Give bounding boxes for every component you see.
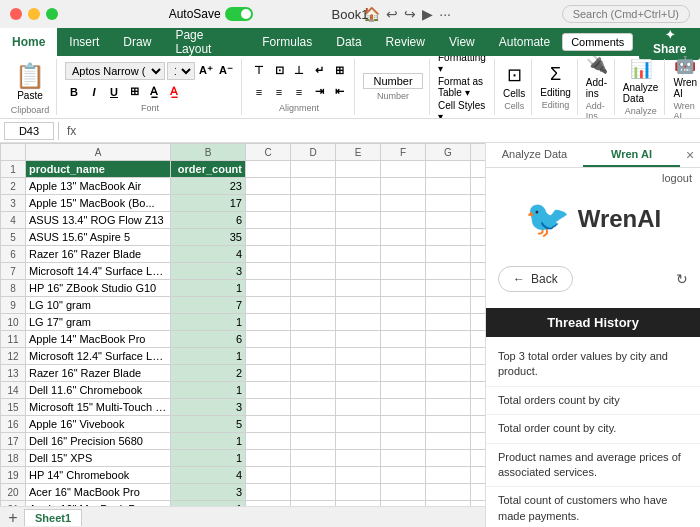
empty-cell[interactable] xyxy=(426,331,471,348)
table-row[interactable]: 5ASUS 15.6" Aspire 535 xyxy=(1,229,486,246)
conditional-format-button[interactable]: Conditional Formatting ▾ xyxy=(438,56,488,74)
cell-product-name[interactable]: ASUS 13.4" ROG Flow Z13 xyxy=(26,212,171,229)
align-right-button[interactable]: ≡ xyxy=(290,83,308,101)
cell-order-count[interactable]: 3 xyxy=(171,263,246,280)
empty-cell[interactable] xyxy=(246,433,291,450)
cell-product-name[interactable]: product_name xyxy=(26,161,171,178)
empty-cell[interactable] xyxy=(336,212,381,229)
cell-order-count[interactable]: 3 xyxy=(171,399,246,416)
empty-cell[interactable] xyxy=(471,399,486,416)
empty-cell[interactable] xyxy=(336,280,381,297)
empty-cell[interactable] xyxy=(381,399,426,416)
empty-cell[interactable] xyxy=(471,433,486,450)
maximize-button[interactable] xyxy=(46,8,58,20)
cell-product-name[interactable]: Dell 15" XPS xyxy=(26,450,171,467)
add-sheet-button[interactable]: + xyxy=(4,509,22,527)
empty-cell[interactable] xyxy=(471,450,486,467)
tab-page-layout[interactable]: Page Layout xyxy=(163,28,250,56)
empty-cell[interactable] xyxy=(246,229,291,246)
cell-product-name[interactable]: Apple 14" MacBook Pro xyxy=(26,331,171,348)
empty-cell[interactable] xyxy=(291,161,336,178)
empty-cell[interactable] xyxy=(336,365,381,382)
col-header-c[interactable]: C xyxy=(246,144,291,161)
table-row[interactable]: 14Dell 11.6" Chromebook1 xyxy=(1,382,486,399)
outdent-button[interactable]: ⇤ xyxy=(330,83,348,101)
col-header-e[interactable]: E xyxy=(336,144,381,161)
empty-cell[interactable] xyxy=(336,161,381,178)
empty-cell[interactable] xyxy=(291,416,336,433)
empty-cell[interactable] xyxy=(471,280,486,297)
empty-cell[interactable] xyxy=(381,212,426,229)
empty-cell[interactable] xyxy=(381,467,426,484)
tab-wren-ai[interactable]: Wren AI xyxy=(583,143,680,167)
empty-cell[interactable] xyxy=(471,246,486,263)
table-row[interactable]: 4ASUS 13.4" ROG Flow Z136 xyxy=(1,212,486,229)
tab-analyze-data[interactable]: Analyze Data xyxy=(486,143,583,167)
empty-cell[interactable] xyxy=(426,212,471,229)
empty-cell[interactable] xyxy=(426,382,471,399)
empty-cell[interactable] xyxy=(426,433,471,450)
empty-cell[interactable] xyxy=(291,433,336,450)
empty-cell[interactable] xyxy=(336,450,381,467)
empty-cell[interactable] xyxy=(246,195,291,212)
empty-cell[interactable] xyxy=(471,382,486,399)
empty-cell[interactable] xyxy=(246,246,291,263)
cell-order-count[interactable]: 7 xyxy=(171,297,246,314)
autosave-toggle[interactable]: AutoSave xyxy=(169,7,253,21)
share-button[interactable]: ✦ Share xyxy=(639,24,700,60)
format-table-button[interactable]: Format as Table ▾ xyxy=(438,76,488,98)
empty-cell[interactable] xyxy=(471,467,486,484)
empty-cell[interactable] xyxy=(291,365,336,382)
font-size-select[interactable]: 11 12 14 xyxy=(167,62,195,80)
refresh-button[interactable]: ↻ xyxy=(676,271,688,287)
align-middle-button[interactable]: ⊡ xyxy=(270,62,288,80)
table-row[interactable]: 8HP 16" ZBook Studio G101 xyxy=(1,280,486,297)
tab-home[interactable]: Home xyxy=(0,28,57,56)
border-button[interactable]: ⊞ xyxy=(125,83,143,101)
underline-button[interactable]: U xyxy=(105,83,123,101)
empty-cell[interactable] xyxy=(426,229,471,246)
empty-cell[interactable] xyxy=(336,229,381,246)
cell-order-count[interactable]: 5 xyxy=(171,416,246,433)
empty-cell[interactable] xyxy=(471,229,486,246)
empty-cell[interactable] xyxy=(381,433,426,450)
fill-color-button[interactable]: A̲ xyxy=(145,83,163,101)
empty-cell[interactable] xyxy=(426,416,471,433)
empty-cell[interactable] xyxy=(426,450,471,467)
back-button[interactable]: ← Back xyxy=(498,266,573,292)
align-bottom-button[interactable]: ⊥ xyxy=(290,62,308,80)
cell-product-name[interactable]: Microsoft 12.4" Surface Laptop Go 3 xyxy=(26,348,171,365)
empty-cell[interactable] xyxy=(426,467,471,484)
logout-button[interactable]: logout xyxy=(486,168,700,188)
empty-cell[interactable] xyxy=(246,280,291,297)
empty-cell[interactable] xyxy=(291,263,336,280)
empty-cell[interactable] xyxy=(381,161,426,178)
empty-cell[interactable] xyxy=(291,331,336,348)
col-header-b[interactable]: B xyxy=(171,144,246,161)
table-row[interactable]: 2Apple 13" MacBook Air23 xyxy=(1,178,486,195)
font-color-button[interactable]: A̲ xyxy=(165,83,183,101)
empty-cell[interactable] xyxy=(471,484,486,501)
panel-close-button[interactable]: × xyxy=(680,143,700,167)
table-row[interactable]: 18Dell 15" XPS1 xyxy=(1,450,486,467)
table-row[interactable]: 13Razer 16" Razer Blade2 xyxy=(1,365,486,382)
empty-cell[interactable] xyxy=(426,348,471,365)
col-header-d[interactable]: D xyxy=(291,144,336,161)
empty-cell[interactable] xyxy=(336,314,381,331)
tab-data[interactable]: Data xyxy=(324,28,373,56)
table-row[interactable]: 17Dell 16" Precision 56801 xyxy=(1,433,486,450)
history-item[interactable]: Total order count by city. xyxy=(486,415,700,443)
empty-cell[interactable] xyxy=(336,246,381,263)
search-bar[interactable]: Search (Cmd+Ctrl+U) xyxy=(562,5,690,23)
empty-cell[interactable] xyxy=(471,314,486,331)
empty-cell[interactable] xyxy=(246,382,291,399)
empty-cell[interactable] xyxy=(336,348,381,365)
empty-cell[interactable] xyxy=(426,195,471,212)
decrease-font-button[interactable]: A⁻ xyxy=(217,62,235,80)
empty-cell[interactable] xyxy=(291,297,336,314)
tab-view[interactable]: View xyxy=(437,28,487,56)
empty-cell[interactable] xyxy=(426,484,471,501)
cell-order-count[interactable]: 35 xyxy=(171,229,246,246)
grid-wrapper[interactable]: A B C D E F G H 1product_nameorder_count… xyxy=(0,143,485,506)
cell-order-count[interactable]: 1 xyxy=(171,382,246,399)
